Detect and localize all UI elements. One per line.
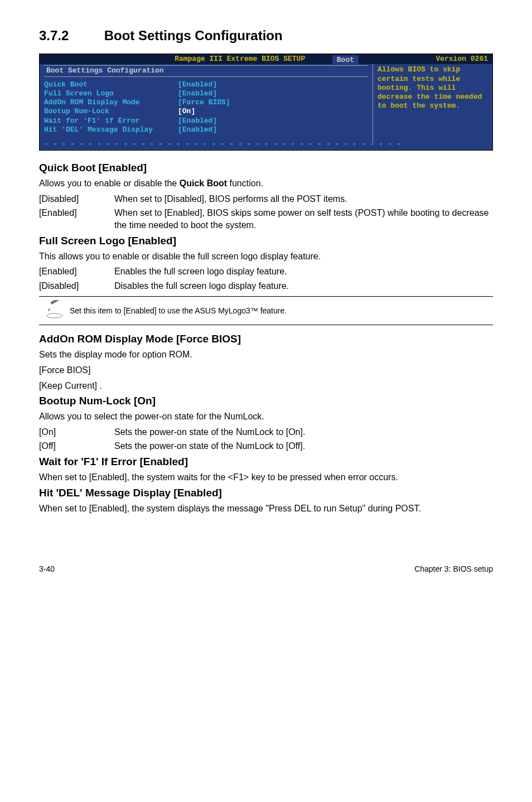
note-text: Set this item to [Enabled] to use the AS… bbox=[70, 306, 493, 315]
bios-item-label: Quick Boot bbox=[44, 80, 178, 89]
svg-rect-1 bbox=[50, 300, 60, 305]
bios-item: AddOn ROM Display Mode[Force BIOS] bbox=[44, 98, 368, 107]
bios-item-value: [Force BIOS] bbox=[178, 98, 230, 107]
bios-item-value: [Enabled] bbox=[178, 80, 217, 89]
bios-version: Version 0261 bbox=[436, 55, 488, 64]
bios-item-value: [Enabled] bbox=[178, 89, 217, 98]
bios-help-pane: Allows BIOS to skip certain tests while … bbox=[373, 64, 492, 142]
config-row: [On]Sets the power-on state of the NumLo… bbox=[39, 426, 493, 438]
page-footer: 3-40 Chapter 3: BIOS setup bbox=[39, 564, 493, 573]
intro-paragraph: When set to [Enabled], the system waits … bbox=[39, 471, 493, 484]
bios-subheading: Boot Settings Configuration bbox=[44, 65, 368, 76]
boot-tab: Boot bbox=[332, 55, 359, 65]
bios-item: Quick Boot[Enabled] bbox=[44, 80, 368, 89]
config-option: [Enabled] bbox=[39, 265, 114, 278]
intro-paragraph: When set to [Enabled], the system displa… bbox=[39, 503, 493, 515]
bios-screenshot: Rampage III Extreme BIOS SETUP Version 0… bbox=[39, 54, 493, 151]
config-description: When set to [Disabled], BIOS performs al… bbox=[114, 193, 493, 205]
page-number: 3-40 bbox=[39, 564, 55, 573]
bios-item: Wait for 'F1' if Error[Enabled] bbox=[44, 117, 368, 125]
bios-item: Hit 'DEL' Message Display[Enabled] bbox=[44, 125, 368, 134]
config-option: [Off] bbox=[39, 440, 114, 452]
bios-item-label: Bootup Num-Lock bbox=[44, 107, 178, 116]
bios-item: Full Screen Logo[Enabled] bbox=[44, 89, 368, 98]
config-option: [On] bbox=[39, 426, 114, 438]
subsection-heading: Bootup Num-Lock [On] bbox=[39, 395, 493, 407]
subsection-heading: Quick Boot [Enabled] bbox=[39, 162, 493, 174]
option-line: [Keep Current] . bbox=[39, 380, 493, 392]
note-box: Set this item to [Enabled] to use the AS… bbox=[39, 296, 493, 325]
subsection-heading: AddOn ROM Display Mode [Force BIOS] bbox=[39, 333, 493, 345]
bios-item-label: Wait for 'F1' if Error bbox=[44, 117, 178, 125]
intro-paragraph: This allows you to enable or disable the… bbox=[39, 250, 493, 263]
svg-point-0 bbox=[47, 313, 62, 318]
bios-item: Bootup Num-Lock[On] bbox=[44, 107, 368, 116]
config-description: Sets the power-on state of the NumLock t… bbox=[114, 440, 493, 452]
config-description: When set to [Enabled], BIOS skips some p… bbox=[114, 207, 493, 231]
config-description: Disables the full screen logo display fe… bbox=[114, 280, 493, 292]
bios-item-value: [Enabled] bbox=[178, 117, 217, 125]
intro-paragraph: Allows you to enable or disable the Quic… bbox=[39, 177, 493, 190]
bios-item-label: AddOn ROM Display Mode bbox=[44, 98, 178, 107]
config-description: Enables the full screen logo display fea… bbox=[114, 265, 493, 278]
bios-item-value: [On] bbox=[178, 107, 195, 116]
bios-item-label: Full Screen Logo bbox=[44, 89, 178, 98]
subsection-heading: Full Screen Logo [Enabled] bbox=[39, 235, 493, 247]
pencil-icon bbox=[39, 300, 70, 321]
bios-item-value: [Enabled] bbox=[178, 125, 217, 134]
chapter-title: Chapter 3: BIOS setup bbox=[414, 564, 493, 573]
section-number: 3.7.2 bbox=[39, 28, 100, 44]
subsection-heading: Wait for 'F1' If Error [Enabled] bbox=[39, 456, 493, 468]
config-description: Sets the power-on state of the NumLock t… bbox=[114, 426, 493, 438]
config-row: [Enabled]Enables the full screen logo di… bbox=[39, 265, 493, 278]
section-heading: 3.7.2 Boot Settings Configuration bbox=[39, 28, 493, 44]
svg-marker-2 bbox=[48, 308, 50, 311]
option-line: [Force BIOS] bbox=[39, 364, 493, 376]
config-option: [Enabled] bbox=[39, 207, 114, 231]
config-option: [Disabled] bbox=[39, 193, 114, 205]
bios-help-text: Allows BIOS to skip certain tests while … bbox=[378, 65, 488, 110]
section-title: Boot Settings Configuration bbox=[104, 28, 283, 43]
bios-left-pane: Boot Settings Configuration Quick Boot[E… bbox=[40, 64, 373, 142]
config-row: [Disabled]When set to [Disabled], BIOS p… bbox=[39, 193, 493, 205]
config-row: [Enabled]When set to [Enabled], BIOS ski… bbox=[39, 207, 493, 231]
config-row: [Disabled]Disables the full screen logo … bbox=[39, 280, 493, 292]
config-option: [Disabled] bbox=[39, 280, 114, 292]
bios-item-label: Hit 'DEL' Message Display bbox=[44, 125, 178, 134]
intro-paragraph: Allows you to select the power-on state … bbox=[39, 410, 493, 423]
intro-paragraph: Sets the display mode for option ROM. bbox=[39, 349, 493, 361]
config-row: [Off]Sets the power-on state of the NumL… bbox=[39, 440, 493, 452]
bios-header: Rampage III Extreme BIOS SETUP Version 0… bbox=[40, 54, 492, 64]
subsection-heading: Hit 'DEL' Message Display [Enabled] bbox=[39, 487, 493, 499]
bios-title: Rampage III Extreme BIOS SETUP bbox=[44, 55, 436, 64]
